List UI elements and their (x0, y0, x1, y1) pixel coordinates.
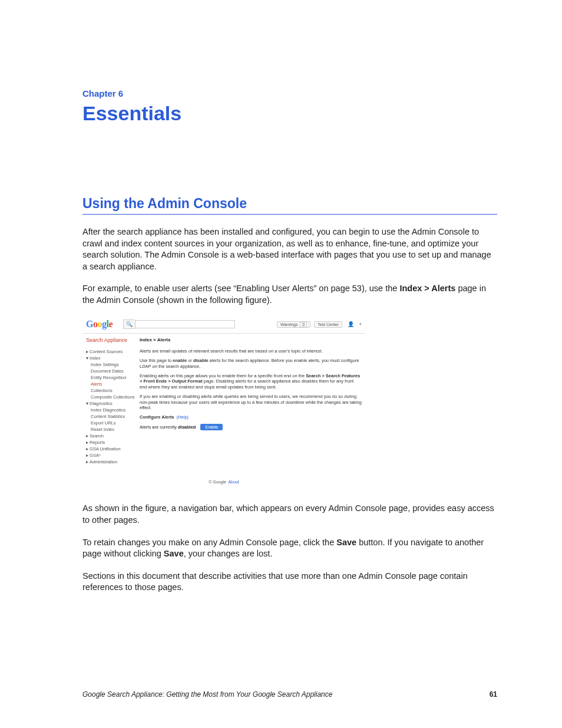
sidebar-item-search[interactable]: ▸ Search (86, 433, 136, 439)
sidebar-item-gsan[interactable]: ▸ GSAⁿ (86, 453, 136, 458)
chapter-label: Chapter 6 (82, 88, 497, 98)
p2b: Index > Alerts (399, 284, 455, 293)
p2a: For example, to enable user alerts (see … (82, 284, 399, 293)
sidebar-item-reports[interactable]: ▸ Reports (86, 440, 136, 445)
content-line-2: Use this page to enable or disable alert… (140, 358, 362, 370)
app-title: Search Appliance (86, 337, 136, 343)
console-header: Google 🔍 Warnings 0 Test Center 👤 ▾ (82, 317, 365, 334)
console-footer: © Google About (82, 476, 365, 485)
sidebar-item-gsa-unification[interactable]: ▸ GSA Unification (86, 446, 136, 452)
content-line-1: Alerts are email updates of relevant sea… (140, 348, 362, 354)
content-line-4: If you are enabling or disabling alerts … (140, 394, 362, 411)
content-area: Index > Alerts Alerts are email updates … (136, 337, 362, 466)
sidebar-item-collections[interactable]: Collections (91, 388, 136, 393)
section-title: Using the Admin Console (82, 196, 497, 215)
breadcrumb: Index > Alerts (140, 337, 362, 342)
sidebar-item-diagnostics[interactable]: ▾ Diagnostics (86, 401, 136, 406)
content-line-3: Enabling alerts on this page allows you … (140, 373, 362, 390)
paragraph-2: For example, to enable user alerts (see … (82, 283, 497, 306)
footer-doc-title: Google Search Appliance: Getting the Mos… (82, 690, 332, 699)
sidebar-item-index-diagnostics[interactable]: Index Diagnostics (91, 407, 136, 413)
p4d: Save (164, 549, 184, 558)
sidebar-item-alerts[interactable]: Alerts (91, 381, 136, 387)
warnings-count: 0 (300, 322, 307, 327)
sidebar: Search Appliance ▸ Content Sources ▾ Ind… (86, 337, 136, 466)
test-center-button[interactable]: Test Center (314, 321, 342, 328)
sidebar-item-content-statistics[interactable]: Content Statistics (91, 414, 136, 419)
footer-page-number: 61 (490, 690, 497, 699)
p4a: To retain changes you make on any Admin … (82, 538, 336, 547)
sidebar-item-content-sources[interactable]: ▸ Content Sources (86, 349, 136, 354)
help-link[interactable]: (Help) (177, 414, 189, 420)
user-icon[interactable]: 👤 (346, 321, 356, 327)
sidebar-item-entity-recognition[interactable]: Entity Recognition (91, 375, 136, 380)
user-menu-caret-icon[interactable]: ▾ (359, 322, 362, 327)
sidebar-item-reset-index[interactable]: Reset Index (91, 427, 136, 432)
alerts-status-text: Alerts are currently disabled (140, 424, 196, 430)
p4b: Save (336, 538, 356, 547)
sidebar-item-document-dates[interactable]: Document Dates (91, 368, 136, 374)
copyright: © Google (209, 480, 226, 484)
search-input[interactable] (135, 320, 235, 328)
paragraph-4: To retain changes you make on any Admin … (82, 537, 497, 560)
alerts-status-row: Alerts are currently disabled Enable (140, 424, 362, 430)
search-icon[interactable]: 🔍 (123, 319, 135, 329)
enable-button[interactable]: Enable (200, 424, 223, 430)
configure-alerts-heading: Configure Alerts (Help) (140, 414, 362, 420)
sidebar-item-index-settings[interactable]: Index Settings (91, 362, 136, 367)
top-right-controls: Warnings 0 Test Center 👤 ▾ (277, 321, 362, 328)
sidebar-item-administration[interactable]: ▸ Administration (86, 459, 136, 465)
chapter-title: Essentials (82, 102, 497, 125)
search-group: 🔍 (123, 319, 277, 329)
sidebar-item-export-urls[interactable]: Export URLs (91, 420, 136, 426)
admin-console-figure: Google 🔍 Warnings 0 Test Center 👤 ▾ Sear… (82, 317, 365, 485)
warnings-button[interactable]: Warnings 0 (277, 321, 310, 328)
sidebar-item-index[interactable]: ▾ Index (86, 355, 136, 361)
paragraph-5: Sections in this document that describe … (82, 571, 497, 594)
google-logo: Google (86, 319, 113, 330)
paragraph-3: As shown in the figure, a navigation bar… (82, 503, 497, 526)
sidebar-item-composite-collections[interactable]: Composite Collections (91, 394, 136, 400)
p4e: , your changes are lost. (184, 549, 273, 558)
paragraph-1: After the search appliance has been inst… (82, 226, 497, 272)
about-link[interactable]: About (228, 480, 239, 484)
page-footer: Google Search Appliance: Getting the Mos… (82, 690, 497, 699)
